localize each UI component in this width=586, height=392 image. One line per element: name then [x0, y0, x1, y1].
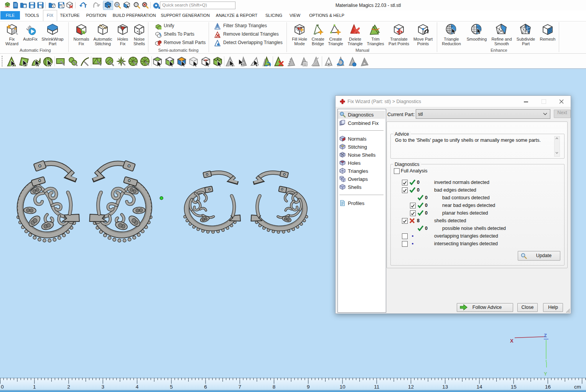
svg-text:7: 7 [238, 384, 241, 390]
svg-text:1: 1 [33, 384, 36, 390]
svg-text:9: 9 [307, 384, 310, 390]
svg-text:14: 14 [476, 384, 482, 390]
svg-text:4: 4 [136, 384, 139, 390]
svg-text:12: 12 [408, 384, 414, 390]
svg-text:6: 6 [204, 384, 207, 390]
svg-text:Y: Y [544, 371, 547, 377]
svg-text:13: 13 [442, 384, 448, 390]
svg-text:2: 2 [67, 384, 70, 390]
svg-text:X: X [510, 338, 514, 344]
svg-text:0: 0 [1, 384, 4, 390]
svg-text:11: 11 [374, 384, 379, 390]
svg-text:cm: cm [574, 384, 581, 390]
svg-text:5: 5 [170, 384, 173, 390]
svg-text:16: 16 [545, 384, 551, 390]
svg-text:15: 15 [511, 384, 517, 390]
svg-text:Z: Z [544, 333, 547, 338]
svg-text:10: 10 [339, 384, 345, 390]
svg-text:3: 3 [101, 384, 104, 390]
svg-text:8: 8 [273, 384, 276, 390]
